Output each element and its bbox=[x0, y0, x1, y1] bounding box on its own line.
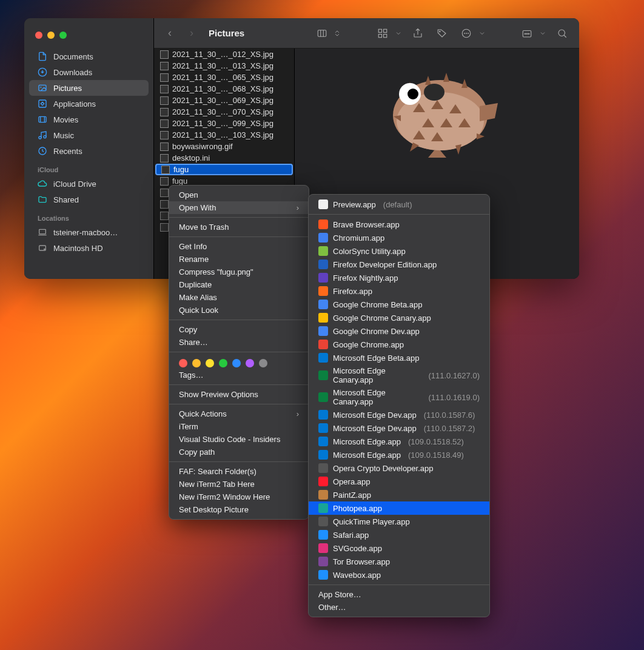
sidebar-item-documents[interactable]: Documents bbox=[29, 49, 149, 64]
ctx-get-info[interactable]: Get Info bbox=[169, 240, 309, 253]
file-name: desktop.ini bbox=[172, 153, 210, 162]
openwith-app[interactable]: Tor Browser.app bbox=[309, 555, 489, 568]
chevron-down-icon[interactable] bbox=[539, 25, 546, 42]
file-row[interactable]: 2021_11_30_…_065_XS.jpg bbox=[154, 72, 294, 83]
sidebar-item-shared[interactable]: Shared bbox=[29, 192, 149, 207]
back-button[interactable]: ‹ bbox=[163, 27, 177, 39]
zoom-icon[interactable] bbox=[59, 32, 67, 39]
openwith-app[interactable]: Opera Crypto Developer.app bbox=[309, 461, 489, 475]
openwith-app[interactable]: Firefox Developer Edition.app bbox=[309, 258, 489, 271]
ctx-compress[interactable]: Compress "fugu.png" bbox=[169, 266, 309, 278]
ctx-copy-path[interactable]: Copy path bbox=[169, 446, 309, 458]
minimize-icon[interactable] bbox=[47, 32, 55, 39]
svg-rect-20 bbox=[384, 34, 387, 37]
actions-icon[interactable] bbox=[518, 25, 535, 42]
sidebar-item-downloads[interactable]: Downloads bbox=[29, 64, 149, 80]
file-row[interactable]: 2021_11_30_…_068_XS.jpg bbox=[154, 83, 294, 95]
file-row[interactable]: 2021_11_30_…_012_XS.jpg bbox=[154, 49, 294, 60]
openwith-app[interactable]: Safari.app bbox=[309, 528, 489, 541]
openwith-app[interactable]: Microsoft Edge Canary.app(111.0.1627.0) bbox=[309, 364, 489, 386]
openwith-app[interactable]: Microsoft Edge Dev.app(110.0.1587.2) bbox=[309, 421, 489, 435]
sidebar-item-pictures[interactable]: Pictures bbox=[29, 80, 149, 96]
openwith-app[interactable]: Microsoft Edge.app(109.0.1518.52) bbox=[309, 435, 489, 448]
sidebar-item-tsteiner-macboo-[interactable]: tsteiner-macboo… bbox=[29, 224, 149, 240]
tag-color-dot[interactable] bbox=[179, 359, 187, 367]
ctx-make-alias[interactable]: Make Alias bbox=[169, 291, 309, 304]
openwith-app[interactable]: Google Chrome.app bbox=[309, 338, 489, 351]
openwith-other[interactable]: Other… bbox=[309, 601, 489, 614]
file-row[interactable]: desktop.ini bbox=[154, 152, 294, 164]
ctx-copy[interactable]: Copy bbox=[169, 323, 309, 336]
sidebar-item-icloud-drive[interactable]: iCloud Drive bbox=[29, 176, 149, 192]
openwith-app[interactable]: Chromium.app bbox=[309, 231, 489, 244]
openwith-default[interactable]: Preview.app (default) bbox=[309, 198, 489, 211]
sidebar-item-recents[interactable]: Recents bbox=[29, 143, 149, 159]
file-row[interactable]: 2021_11_30_…_069_XS.jpg bbox=[154, 95, 294, 106]
file-row[interactable]: boywasiwrong.gif bbox=[154, 141, 294, 152]
openwith-app[interactable]: QuickTime Player.app bbox=[309, 515, 489, 528]
tag-icon[interactable] bbox=[434, 25, 451, 42]
file-row[interactable]: 2021_11_30_…_103_XS.jpg bbox=[154, 129, 294, 141]
more-icon[interactable] bbox=[458, 25, 475, 42]
chevron-down-icon[interactable] bbox=[478, 25, 486, 42]
view-options-icon[interactable] bbox=[333, 25, 341, 42]
openwith-app[interactable]: Photopea.app bbox=[309, 501, 489, 515]
tag-color-dot[interactable] bbox=[232, 359, 241, 367]
file-row[interactable]: 2021_11_30_…_013_XS.jpg bbox=[154, 60, 294, 72]
ctx-open-with[interactable]: Open With› bbox=[169, 201, 309, 214]
group-icon[interactable] bbox=[374, 25, 391, 42]
tag-color-dot[interactable] bbox=[206, 359, 214, 367]
view-columns-icon[interactable] bbox=[314, 25, 330, 42]
openwith-app[interactable]: Microsoft Edge Beta.app bbox=[309, 351, 489, 364]
ctx-duplicate[interactable]: Duplicate bbox=[169, 278, 309, 291]
ctx-faf[interactable]: FAF: Search Folder(s) bbox=[169, 465, 309, 478]
openwith-app[interactable]: Microsoft Edge Canary.app(111.0.1619.0) bbox=[309, 386, 489, 408]
openwith-app[interactable]: Wavebox.app bbox=[309, 568, 489, 581]
openwith-app[interactable]: Google Chrome Dev.app bbox=[309, 324, 489, 338]
app-icon bbox=[38, 99, 47, 109]
openwith-app[interactable]: Opera.app bbox=[309, 475, 489, 488]
ctx-show-preview-options[interactable]: Show Preview Options bbox=[169, 388, 309, 401]
openwith-app[interactable]: Firefox Nightly.app bbox=[309, 271, 489, 284]
openwith-app[interactable]: Microsoft Edge Dev.app(110.0.1587.6) bbox=[309, 408, 489, 421]
ctx-trash[interactable]: Move to Trash bbox=[169, 221, 309, 233]
file-name: boywasiwrong.gif bbox=[172, 142, 233, 151]
search-icon[interactable] bbox=[554, 25, 571, 42]
ctx-vscode[interactable]: Visual Studio Code - Insiders bbox=[169, 433, 309, 446]
svg-rect-14 bbox=[318, 30, 326, 36]
file-row[interactable]: fugu bbox=[155, 164, 293, 175]
sidebar-item-music[interactable]: Music bbox=[29, 127, 149, 143]
openwith-app-store[interactable]: App Store… bbox=[309, 588, 489, 601]
ctx-share[interactable]: Share… bbox=[169, 336, 309, 349]
chevron-down-icon[interactable] bbox=[395, 25, 402, 42]
openwith-app[interactable]: Firefox.app bbox=[309, 284, 489, 298]
close-icon[interactable] bbox=[35, 32, 42, 39]
ctx-rename[interactable]: Rename bbox=[169, 253, 309, 266]
ctx-quick-actions[interactable]: Quick Actions› bbox=[169, 407, 309, 420]
openwith-app[interactable]: Microsoft Edge.app(109.0.1518.49) bbox=[309, 448, 489, 461]
sidebar-item-movies[interactable]: Movies bbox=[29, 112, 149, 127]
ctx-iterm[interactable]: iTerm bbox=[169, 420, 309, 433]
ctx-iterm-tab[interactable]: New iTerm2 Tab Here bbox=[169, 478, 309, 491]
ctx-tags[interactable]: Tags… bbox=[169, 369, 309, 381]
share-icon[interactable] bbox=[409, 25, 426, 42]
tag-color-dot[interactable] bbox=[246, 359, 254, 367]
sidebar-item-applications[interactable]: Applications bbox=[29, 96, 149, 112]
tag-color-dot[interactable] bbox=[219, 359, 227, 367]
tag-color-dot[interactable] bbox=[259, 359, 267, 367]
file-row[interactable]: 2021_11_30_…_099_XS.jpg bbox=[154, 118, 294, 129]
ctx-set-desktop[interactable]: Set Desktop Picture bbox=[169, 503, 309, 516]
forward-button[interactable]: › bbox=[184, 27, 199, 39]
ctx-iterm-window[interactable]: New iTerm2 Window Here bbox=[169, 491, 309, 503]
ctx-quick-look[interactable]: Quick Look bbox=[169, 304, 309, 317]
tag-color-dot[interactable] bbox=[192, 359, 201, 367]
ctx-open[interactable]: Open bbox=[169, 189, 309, 201]
openwith-app[interactable]: Google Chrome Beta.app bbox=[309, 298, 489, 311]
openwith-app[interactable]: SVGcode.app bbox=[309, 541, 489, 555]
openwith-app[interactable]: Google Chrome Canary.app bbox=[309, 311, 489, 324]
openwith-app[interactable]: Brave Browser.app bbox=[309, 218, 489, 231]
file-row[interactable]: 2021_11_30_…_070_XS.jpg bbox=[154, 106, 294, 118]
openwith-app[interactable]: ColorSync Utility.app bbox=[309, 244, 489, 258]
openwith-app[interactable]: PaintZ.app bbox=[309, 488, 489, 501]
sidebar-item-macintosh-hd[interactable]: Macintosh HD bbox=[29, 240, 149, 256]
